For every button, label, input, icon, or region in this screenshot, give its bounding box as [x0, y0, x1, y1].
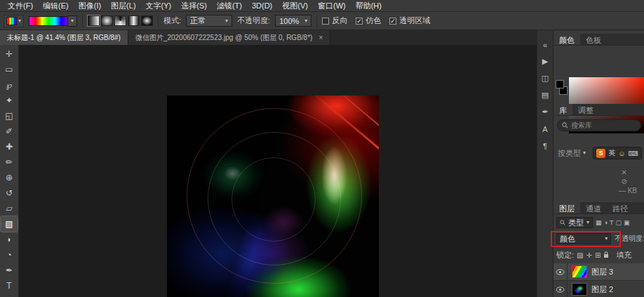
lock-transparent-pixels-icon[interactable]: ▨ — [577, 251, 583, 259]
close-icon[interactable]: × — [318, 34, 323, 41]
tab-wechat-image[interactable]: 微信图片_20200607222523.jpg @ 50% (图层 0, RGB… — [128, 30, 330, 45]
tab-color[interactable]: 颜色 — [554, 34, 580, 45]
pen-tool[interactable]: ✒ — [1, 263, 18, 278]
magic-wand-tool[interactable]: ✦ — [1, 93, 18, 108]
menu-layer[interactable]: 图层(L) — [106, 0, 140, 11]
eyedropper-tool[interactable]: ✐ — [1, 124, 18, 139]
diamond-gradient-button[interactable] — [141, 15, 153, 26]
healing-brush-tool[interactable]: ✚ — [1, 139, 18, 154]
radial-gradient-button[interactable] — [101, 15, 113, 26]
dither-checkbox[interactable]: 仿色 — [356, 15, 381, 26]
menu-help[interactable]: 帮助(H) — [351, 0, 387, 11]
foreground-color-swatch[interactable] — [556, 80, 564, 88]
sogou-logo-icon[interactable]: S — [596, 149, 605, 158]
properties-panel-icon[interactable]: ▤ — [539, 90, 551, 100]
blur-tool[interactable]: ◗ — [1, 232, 18, 247]
tool-preset-picker[interactable]: ▾ — [4, 15, 24, 27]
menu-filter[interactable]: 滤镜(T) — [212, 0, 247, 11]
eraser-tool[interactable]: ▱ — [1, 201, 18, 216]
layer-3[interactable]: 图层 3 — [554, 263, 644, 281]
ime-keyboard-icon[interactable]: ⌨ — [629, 150, 638, 157]
sort-by-type-dropdown[interactable]: 按类型 ▾ — [558, 148, 586, 159]
divider — [316, 15, 317, 27]
lock-icons: ▨✛⊞ — [577, 251, 601, 259]
brush-tool[interactable]: ✏ — [1, 154, 18, 170]
lasso-tool[interactable]: ℘ — [1, 77, 18, 93]
tab-libraries[interactable]: 库 — [554, 104, 572, 115]
tab-adjustments[interactable]: 调整 — [572, 104, 599, 115]
layer-blend-mode-dropdown[interactable]: 颜色 ▾ — [556, 233, 611, 244]
layer-name: 图层 2 — [591, 284, 613, 295]
dodge-tool[interactable]: ◔ — [1, 247, 18, 263]
history-panel-icon[interactable]: ◫ — [539, 73, 551, 84]
layer-thumbnail[interactable] — [572, 283, 587, 296]
filter-adjustment-layers-icon[interactable]: ◑ — [604, 219, 608, 226]
checkbox-label: 仿色 — [365, 15, 381, 26]
menu-edit[interactable]: 编辑(E) — [38, 0, 74, 11]
menu-type[interactable]: 文字(Y) — [141, 0, 177, 11]
character-panel-icon[interactable]: A — [539, 124, 551, 134]
expand-panels-icon[interactable]: « — [539, 39, 551, 50]
filter-type-layers-icon[interactable]: T — [610, 219, 614, 226]
layer-thumbnail[interactable] — [572, 265, 587, 278]
marquee-tool[interactable]: ▭ — [1, 62, 18, 77]
checkbox-icon — [322, 18, 329, 25]
filter-pixel-layers-icon[interactable]: ▦ — [596, 219, 602, 226]
chevron-down-icon: ▾ — [304, 18, 307, 24]
opacity-select[interactable]: 100% ▾ — [275, 15, 311, 27]
angle-gradient-button[interactable] — [114, 15, 126, 26]
reverse-checkbox[interactable]: 反向 — [322, 15, 347, 26]
clone-stamp-tool[interactable]: ⊕ — [1, 170, 18, 185]
reflected-gradient-button[interactable] — [128, 15, 140, 26]
tab-untitled-1[interactable]: 未标题-1 @ 41.4% (图层 3, RGB/8#) — [0, 30, 128, 45]
menu-view[interactable]: 视图(V) — [277, 0, 313, 11]
chevron-down-icon: ▾ — [18, 18, 21, 24]
visibility-eye-icon[interactable] — [554, 263, 568, 281]
menu-3d[interactable]: 3D(D) — [247, 0, 277, 11]
library-search-input[interactable] — [571, 121, 636, 129]
layer-filter-type-dropdown[interactable]: 类型 ▾ — [556, 217, 593, 228]
filter-smart-objects-icon[interactable]: ▣ — [624, 219, 630, 226]
opacity-label: 不透明度: — [237, 15, 270, 26]
type-tool[interactable]: T — [1, 278, 18, 293]
tab-swatches[interactable]: 色板 — [580, 34, 607, 45]
filter-type-label: 类型 — [568, 218, 584, 228]
layer-2[interactable]: 图层 2 — [554, 281, 644, 297]
actions-panel-icon[interactable]: ▶ — [539, 56, 551, 67]
gradient-editor-button[interactable]: ▾ — [29, 15, 77, 27]
filter-shape-layers-icon[interactable]: ▢ — [615, 219, 622, 226]
blend-mode-select[interactable]: 正常 ▾ — [186, 15, 232, 27]
menu-select[interactable]: 选择(S) — [176, 0, 212, 11]
chevron-down-icon: ▾ — [605, 236, 608, 242]
tab-layers[interactable]: 图层 — [554, 202, 580, 213]
layer-blend-mode-value: 颜色 — [560, 234, 575, 244]
tab-channels[interactable]: 通道 — [580, 202, 607, 213]
transparency-checkbox[interactable]: 透明区域 — [389, 15, 430, 26]
canvas-workspace[interactable] — [19, 45, 537, 297]
brush-settings-panel-icon[interactable]: ✒ — [539, 107, 551, 117]
gradient-tool[interactable]: ▧ — [1, 216, 18, 232]
menu-file[interactable]: 文件(F) — [3, 0, 38, 11]
lock-image-pixels-icon[interactable]: ✛ — [586, 251, 592, 259]
padlock-icon[interactable] — [603, 251, 609, 258]
gradient-toggles: 反向 仿色 透明区域 — [322, 15, 430, 26]
document-canvas-image[interactable] — [167, 95, 379, 297]
visibility-eye-icon[interactable] — [554, 281, 568, 297]
checkbox-label: 反向 — [332, 15, 347, 26]
mode-label: 模式: — [163, 15, 181, 26]
ime-lang-icon[interactable]: 英 — [608, 148, 615, 158]
ime-emoji-icon[interactable]: ☺ — [618, 150, 625, 157]
menu-image[interactable]: 图像(I) — [74, 0, 106, 11]
paragraph-panel-icon[interactable]: ¶ — [539, 140, 551, 151]
linear-gradient-button[interactable] — [88, 15, 100, 26]
tab-paths[interactable]: 路径 — [607, 202, 633, 213]
layer-filter-icons: ▦◑T▢▣ — [596, 219, 629, 226]
search-icon — [560, 220, 565, 225]
history-brush-tool[interactable]: ↺ — [1, 185, 18, 201]
crop-tool[interactable]: ◱ — [1, 108, 18, 124]
menu-window[interactable]: 窗口(W) — [313, 0, 351, 11]
document-tabbar: 未标题-1 @ 41.4% (图层 3, RGB/8#) 微信图片_202006… — [0, 30, 537, 45]
move-tool[interactable]: ✛ — [1, 46, 18, 62]
gradient-picker-arrow[interactable]: ▾ — [68, 15, 77, 27]
lock-position-icon[interactable]: ⊞ — [595, 251, 601, 259]
